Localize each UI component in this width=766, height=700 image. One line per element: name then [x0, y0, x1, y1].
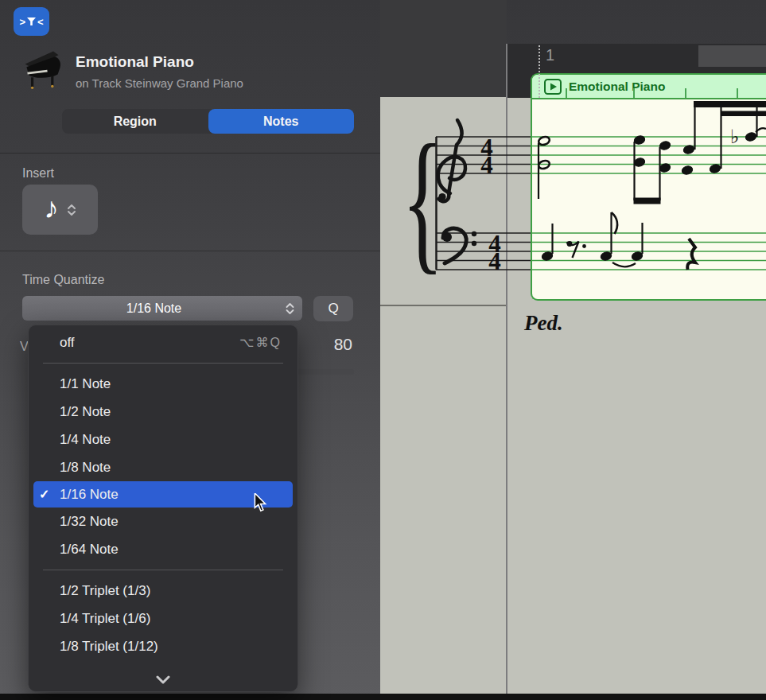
menu-item-off[interactable]: off⌥⌘Q	[29, 329, 297, 356]
menu-item-label: 1/2 Note	[60, 404, 111, 420]
ruler-overview-box	[698, 45, 766, 67]
menu-item-1-4-triplet-1-6-[interactable]: 1/4 Triplet (1/6)	[29, 605, 297, 632]
editor-title: Emotional Piano	[76, 53, 194, 71]
chevron-right-icon: >	[19, 16, 25, 28]
eighth-note-icon: ♪	[44, 193, 59, 223]
playhead-line[interactable]	[539, 45, 540, 98]
grand-piano-icon	[20, 48, 64, 91]
menu-item-label: 1/64 Note	[60, 542, 119, 558]
menu-item-label: 1/32 Note	[60, 514, 119, 530]
funnel-icon	[27, 18, 36, 26]
menu-item-label: 1/4 Triplet (1/6)	[60, 611, 150, 627]
bar-number-label: 1	[546, 46, 554, 64]
chevron-down-icon[interactable]	[156, 675, 170, 684]
tab-notes[interactable]: Notes	[208, 109, 355, 134]
menu-item-1-2-note[interactable]: 1/2 Note	[29, 398, 297, 426]
menu-item-1-8-note[interactable]: 1/8 Note	[29, 453, 297, 481]
region-header[interactable]: Emotional Piano	[532, 75, 766, 99]
beat-tick	[685, 88, 686, 98]
menu-item-1-8-triplet-1-12-[interactable]: 1/8 Triplet (1/12)	[29, 632, 297, 660]
time-quantize-value: 1/16 Note	[22, 301, 286, 316]
mouse-cursor	[251, 493, 269, 512]
midi-region-emotional-piano[interactable]: Emotional Piano	[531, 73, 766, 301]
velocity-value: 80	[322, 335, 352, 354]
section-divider	[0, 153, 380, 154]
pedal-marking: Ped.	[524, 311, 563, 336]
garageband-editor-window: > < Emotional Piano on Track Steinway Gr…	[0, 0, 766, 700]
section-divider	[0, 251, 380, 251]
menu-item-1-1-note[interactable]: 1/1 Note	[29, 370, 297, 398]
score-margin-header	[380, 0, 507, 97]
region-notes-segmented-control: Region Notes	[62, 109, 354, 134]
menu-item-1-2-triplet-1-3-[interactable]: 1/2 Triplet (1/3)	[29, 577, 297, 605]
menu-item-1-4-note[interactable]: 1/4 Note	[29, 426, 297, 453]
system-separator-line	[380, 305, 506, 306]
play-icon[interactable]	[543, 78, 562, 95]
beat-tick	[633, 88, 635, 98]
menu-item-1-64-note[interactable]: 1/64 Note	[29, 535, 297, 563]
menu-item-label: 1/2 Triplet (1/3)	[60, 583, 150, 599]
menu-item-label: 1/8 Note	[60, 460, 111, 476]
menu-item-shortcut: ⌥⌘Q	[239, 335, 282, 350]
up-down-chevrons-icon	[286, 302, 294, 315]
pane-divider	[506, 44, 507, 694]
region-name-label: Emotional Piano	[569, 80, 665, 94]
system-brace: {	[402, 124, 444, 275]
menu-item-label: 1/4 Note	[60, 432, 111, 448]
checkmark-icon: ✓	[39, 487, 60, 502]
tab-region[interactable]: Region	[62, 109, 208, 134]
insert-label: Insert	[22, 166, 54, 181]
menu-item-label: 1/16 Note	[60, 487, 119, 503]
quantize-strength-button[interactable]: Q	[313, 296, 353, 321]
menu-item-label: 1/8 Triplet (1/12)	[60, 639, 158, 655]
window-bottom-edge	[0, 694, 766, 700]
menu-divider	[43, 363, 283, 364]
menu-item-label: 1/1 Note	[60, 376, 111, 392]
q-button-label: Q	[328, 301, 338, 317]
insert-note-value-button[interactable]: ♪	[22, 185, 98, 235]
time-quantize-select[interactable]: 1/16 Note	[22, 296, 302, 321]
beat-tick	[566, 88, 567, 98]
time-quantize-label: Time Quantize	[22, 273, 104, 287]
up-down-chevrons-icon	[67, 204, 76, 216]
menu-item-label: off	[60, 335, 75, 351]
menu-divider	[43, 570, 283, 570]
chevron-left-icon: <	[37, 16, 44, 28]
note-event-filter-button[interactable]: > <	[14, 7, 49, 36]
editor-subtitle: on Track Steinway Grand Piano	[76, 76, 243, 90]
beat-tick	[737, 88, 738, 98]
